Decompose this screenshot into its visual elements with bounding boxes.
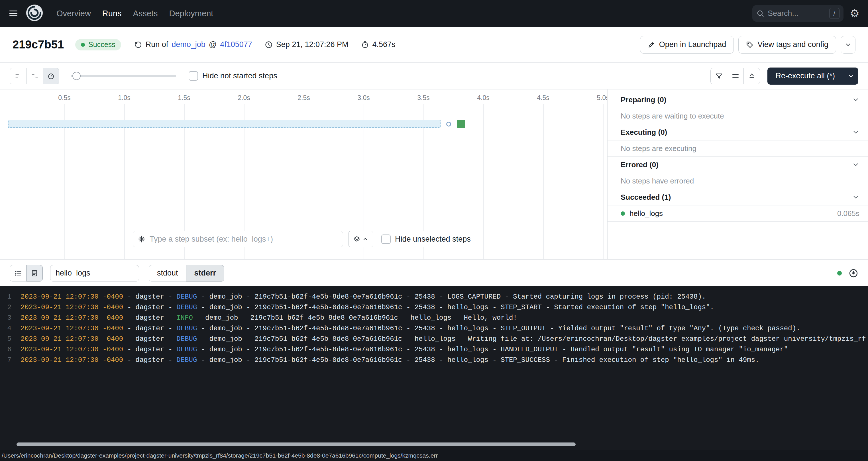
hide-not-started-checkbox[interactable] — [189, 71, 198, 81]
hide-unselected-group: Hide unselected steps — [381, 235, 471, 244]
step-bar-hello-logs[interactable] — [457, 120, 465, 128]
section-title: Executing (0) — [621, 128, 667, 137]
clock-icon — [265, 41, 273, 49]
global-search[interactable]: / — [752, 5, 843, 22]
step-select-icon — [137, 235, 146, 243]
chevron-down-icon — [847, 73, 854, 80]
log-line: 12023-09-21 12:07:30 -0400 - dagster - D… — [0, 291, 868, 302]
gridline — [483, 104, 484, 259]
download-logs-button[interactable] — [848, 268, 858, 278]
line-number: 1 — [0, 291, 11, 302]
gantt-waterfall-view-button[interactable] — [26, 68, 43, 84]
filter-steps-button[interactable] — [710, 68, 727, 84]
empty-text: No steps have errored — [621, 177, 694, 185]
chevron-down-icon — [852, 96, 860, 103]
axis-tick: 4.0s — [477, 94, 489, 102]
step-duration: 0.065s — [837, 209, 860, 218]
duration-item: 4.567s — [361, 40, 396, 49]
start-time: Sep 21, 12:07:26 PM — [276, 40, 348, 49]
run-of-prefix: Run of — [146, 40, 168, 49]
row-density-button[interactable] — [727, 68, 743, 84]
nav-item-assets[interactable]: Assets — [133, 9, 158, 18]
step-subset-input[interactable] — [150, 235, 338, 244]
axis-tick: 2.5s — [298, 94, 310, 102]
reexecute-options-button[interactable] — [843, 67, 858, 85]
open-in-launchpad-button[interactable]: Open in Launchpad — [640, 36, 734, 54]
log-line: 22023-09-21 12:07:30 -0400 - dagster - D… — [0, 302, 868, 313]
zoom-slider-knob[interactable] — [72, 72, 81, 80]
axis-tick: 3.0s — [358, 94, 370, 102]
gridline — [543, 104, 544, 259]
stdout-tab[interactable]: stdout — [149, 265, 186, 281]
step-waiting-bar — [8, 120, 440, 128]
chevron-down-icon — [852, 193, 860, 201]
log-line: 52023-09-21 12:07:30 -0400 - dagster - D… — [0, 334, 868, 344]
gantt-view-switcher — [10, 68, 59, 84]
list-icon — [14, 270, 22, 277]
log-line: 72023-09-21 12:07:30 -0400 - dagster - D… — [0, 355, 868, 365]
apply-subset-button[interactable] — [348, 231, 373, 247]
gantt-toolbar: Hide not started steps Re-execute all (*… — [0, 63, 868, 89]
hide-not-started-group: Hide not started steps — [189, 71, 277, 81]
empty-text: No steps are executing — [621, 144, 696, 153]
log-view-switcher — [10, 265, 43, 281]
download-circle-icon — [848, 268, 858, 278]
run-meta: Run of demo_job @ 4f105077 Sep 21, 12:07… — [134, 40, 396, 49]
stderr-tab[interactable]: stderr — [186, 265, 224, 281]
zoom-slider[interactable] — [71, 75, 176, 77]
collapse-panel-button[interactable] — [743, 68, 760, 84]
section-title: Errored (0) — [621, 160, 658, 169]
top-nav: Overview Runs Assets Deployment / ⚙ — [0, 0, 868, 27]
log-line: 42023-09-21 12:07:30 -0400 - dagster - D… — [0, 323, 868, 334]
job-link[interactable]: demo_job — [172, 40, 206, 49]
gantt-flat-view-button[interactable] — [10, 68, 26, 84]
chevron-down-icon — [852, 161, 860, 168]
panel-section-preparing[interactable]: Preparing (0) — [608, 92, 868, 108]
reexecute-all-button[interactable]: Re-execute all (*) — [767, 67, 843, 85]
gantt-flat-icon — [14, 72, 22, 80]
settings-button[interactable]: ⚙ — [850, 8, 860, 19]
line-number: 2 — [0, 302, 11, 313]
gear-icon: ⚙ — [850, 7, 860, 19]
panel-section-succeeded[interactable]: Succeeded (1) — [608, 189, 868, 206]
axis-tick: 2.0s — [238, 94, 250, 102]
nav-item-runs[interactable]: Runs — [102, 9, 122, 18]
step-subset-row: Hide unselected steps — [133, 231, 471, 247]
section-title: Preparing (0) — [621, 95, 666, 104]
search-shortcut-key: / — [829, 8, 839, 19]
view-tags-config-button[interactable]: View tags and config — [738, 36, 836, 54]
at-symbol: @ — [209, 40, 217, 49]
gantt-waterfall-icon — [31, 72, 38, 80]
log-line: 32023-09-21 12:07:30 -0400 - dagster - I… — [0, 313, 868, 323]
log-filter-input[interactable] — [50, 265, 139, 281]
hamburger-menu-button[interactable] — [8, 8, 18, 18]
step-row-hello-logs[interactable]: hello_logs 0.065s — [608, 206, 868, 222]
panel-section-errored[interactable]: Errored (0) — [608, 157, 868, 173]
capture-status-dot — [837, 271, 842, 276]
step-start-marker — [446, 122, 451, 126]
header-more-button[interactable] — [841, 36, 856, 54]
status-bar: /Users/erincochran/Desktop/dagster-examp… — [0, 450, 868, 461]
snapshot-link[interactable]: 4f105077 — [220, 40, 252, 49]
status-badge: Success — [75, 39, 121, 51]
line-number: 3 — [0, 313, 11, 323]
panel-section-executing[interactable]: Executing (0) — [608, 124, 868, 141]
raw-log-view-button[interactable] — [26, 265, 43, 281]
panel-empty-errored: No steps have errored — [608, 173, 868, 189]
hide-unselected-checkbox[interactable] — [381, 235, 391, 244]
dagster-logo[interactable] — [26, 4, 43, 23]
search-input[interactable] — [768, 9, 826, 18]
horizontal-scrollbar[interactable] — [17, 442, 576, 446]
chevron-up-icon — [362, 236, 368, 242]
panel-empty-preparing: No steps are waiting to execute — [608, 108, 868, 124]
gantt-timed-view-button[interactable] — [43, 68, 59, 84]
structured-log-view-button[interactable] — [10, 265, 26, 281]
run-of-item: Run of demo_job @ 4f105077 — [134, 40, 252, 49]
axis-tick: 1.5s — [178, 94, 190, 102]
nav-item-overview[interactable]: Overview — [56, 9, 91, 18]
run-header: 219c7b51 Success Run of demo_job @ 4f105… — [0, 27, 868, 63]
log-line: 62023-09-21 12:07:30 -0400 - dagster - D… — [0, 344, 868, 355]
history-icon — [134, 41, 142, 49]
nav-item-deployment[interactable]: Deployment — [169, 9, 213, 18]
axis-tick: 0.5s — [58, 94, 70, 102]
